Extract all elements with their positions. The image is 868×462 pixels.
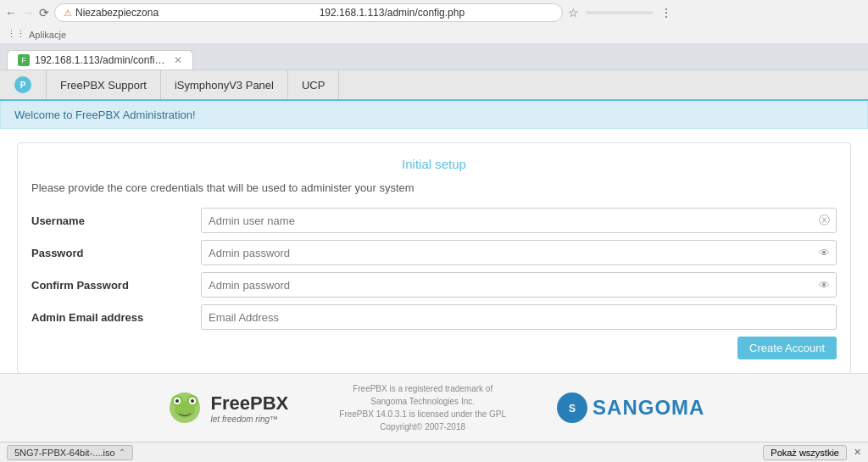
nav-label-freepbx-support: FreePBX Support bbox=[60, 79, 147, 92]
sangoma-logo-area: S SANGOMA bbox=[557, 392, 704, 423]
nav-logo-item: P bbox=[0, 70, 47, 99]
nav-item-isymphony[interactable]: iSymphonyV3 Panel bbox=[161, 70, 288, 99]
forward-button[interactable]: → bbox=[22, 6, 34, 19]
confirm-password-input[interactable] bbox=[201, 272, 837, 298]
username-label: Username bbox=[31, 214, 201, 227]
freepbx-brand: FreePBX let freedom ring™ bbox=[211, 392, 289, 424]
url-text: 192.168.1.113/admin/config.php bbox=[320, 7, 554, 19]
download-label: 5NG7-FPBX-64bit-....iso bbox=[14, 448, 115, 458]
bookmarks-bar: ⋮⋮ Aplikacje bbox=[0, 25, 868, 44]
app-nav: P FreePBX Support iSymphonyV3 Panel UCP bbox=[0, 70, 868, 101]
download-item: 5NG7-FPBX-64bit-....iso ⌃ bbox=[7, 445, 133, 460]
url-security-label: Niezabezpieczona bbox=[75, 7, 309, 19]
tab-bar: F 192.168.1.113/admin/config.php ✕ bbox=[0, 44, 868, 70]
freepbx-logo-area: FreePBX let freedom ring™ bbox=[164, 391, 289, 425]
nav-item-freepbx-support[interactable]: FreePBX Support bbox=[47, 70, 161, 99]
confirm-password-toggle-icon[interactable]: 👁 bbox=[819, 279, 830, 292]
svg-text:S: S bbox=[569, 403, 576, 415]
profile-area bbox=[586, 11, 654, 14]
svg-point-9 bbox=[191, 399, 194, 403]
freepbx-tagline: let freedom ring™ bbox=[211, 415, 289, 424]
copyright-line4: Copyright© 2007-2018 bbox=[339, 420, 506, 433]
password-input[interactable] bbox=[201, 240, 837, 265]
copyright-line1: FreePBX is a registered trademark of bbox=[339, 382, 506, 395]
copyright-line2: Sangoma Technologies Inc. bbox=[339, 395, 506, 408]
username-input-wrap: ⓧ bbox=[201, 208, 837, 233]
sangoma-name: SANGOMA bbox=[593, 396, 704, 420]
browser-toolbar: ← → ⟳ ⚠ Niezabezpieczona 192.168.1.113/a… bbox=[0, 0, 868, 25]
section-description: Please provide the core credentials that… bbox=[31, 181, 837, 194]
email-row: Admin Email address bbox=[31, 304, 837, 330]
confirm-password-input-wrap: 👁 bbox=[201, 272, 837, 298]
button-row: Create Account bbox=[31, 337, 837, 359]
username-clear-icon[interactable]: ⓧ bbox=[819, 213, 830, 228]
welcome-message: Welcome to FreePBX Administration! bbox=[14, 109, 196, 121]
section-title: Initial setup bbox=[31, 157, 837, 171]
tab-title: 192.168.1.113/admin/config.php bbox=[35, 54, 169, 66]
footer: FreePBX let freedom ring™ FreePBX is a r… bbox=[0, 373, 868, 442]
nav-label-ucp: UCP bbox=[302, 79, 325, 92]
address-bar[interactable]: ⚠ Niezabezpieczona 192.168.1.113/admin/c… bbox=[54, 3, 563, 22]
sangoma-icon: S bbox=[557, 392, 587, 423]
username-row: Username ⓧ bbox=[31, 208, 837, 233]
browser-tab[interactable]: F 192.168.1.113/admin/config.php ✕ bbox=[7, 50, 193, 70]
confirm-password-label: Confirm Password bbox=[31, 279, 201, 292]
setup-card: Initial setup Please provide the core cr… bbox=[17, 142, 851, 373]
browser-actions: ☆ ⋮ bbox=[568, 6, 672, 19]
apps-grid-icon[interactable]: ⋮⋮ bbox=[7, 29, 25, 40]
email-label: Admin Email address bbox=[31, 311, 201, 324]
password-input-wrap: 👁 bbox=[201, 240, 837, 265]
browser-chrome: ← → ⟳ ⚠ Niezabezpieczona 192.168.1.113/a… bbox=[0, 0, 868, 70]
show-all-button[interactable]: Pokaż wszystkie bbox=[763, 445, 847, 460]
freepbx-logo-icon: P bbox=[14, 75, 32, 94]
freepbx-name: FreePBX bbox=[211, 392, 289, 415]
main-content: Initial setup Please provide the core cr… bbox=[0, 129, 868, 373]
security-icon: ⚠ bbox=[64, 8, 72, 19]
bookmark-icon[interactable]: ☆ bbox=[568, 6, 579, 19]
close-download-button[interactable]: ✕ bbox=[854, 447, 861, 458]
sangoma-logo-icon: S bbox=[562, 398, 582, 418]
welcome-banner: Welcome to FreePBX Administration! bbox=[0, 101, 868, 129]
nav-label-isymphony: iSymphonyV3 Panel bbox=[175, 79, 274, 92]
email-input-wrap bbox=[201, 304, 837, 330]
refresh-button[interactable]: ⟳ bbox=[39, 6, 49, 19]
password-label: Password bbox=[31, 247, 201, 259]
confirm-password-row: Confirm Password 👁 bbox=[31, 272, 837, 298]
bottom-bar: 5NG7-FPBX-64bit-....iso ⌃ Pokaż wszystki… bbox=[0, 442, 868, 462]
password-row: Password 👁 bbox=[31, 240, 837, 265]
footer-copyright: FreePBX is a registered trademark of San… bbox=[339, 382, 506, 433]
back-button[interactable]: ← bbox=[5, 6, 17, 19]
apps-label: Aplikacje bbox=[29, 30, 66, 40]
create-account-button[interactable]: Create Account bbox=[737, 337, 837, 359]
tab-favicon: F bbox=[18, 54, 30, 66]
svg-text:P: P bbox=[20, 81, 26, 90]
menu-icon[interactable]: ⋮ bbox=[660, 6, 672, 19]
copyright-line3: FreePBX 14.0.3.1 is licensed under the G… bbox=[339, 408, 506, 420]
username-input[interactable] bbox=[201, 208, 837, 233]
password-toggle-icon[interactable]: 👁 bbox=[819, 247, 830, 259]
nav-item-ucp[interactable]: UCP bbox=[288, 70, 339, 99]
svg-point-8 bbox=[175, 399, 179, 403]
tab-close-button[interactable]: ✕ bbox=[174, 54, 182, 66]
freepbx-frog-icon bbox=[164, 391, 206, 425]
download-chevron-icon[interactable]: ⌃ bbox=[119, 448, 125, 457]
email-input[interactable] bbox=[201, 304, 837, 330]
